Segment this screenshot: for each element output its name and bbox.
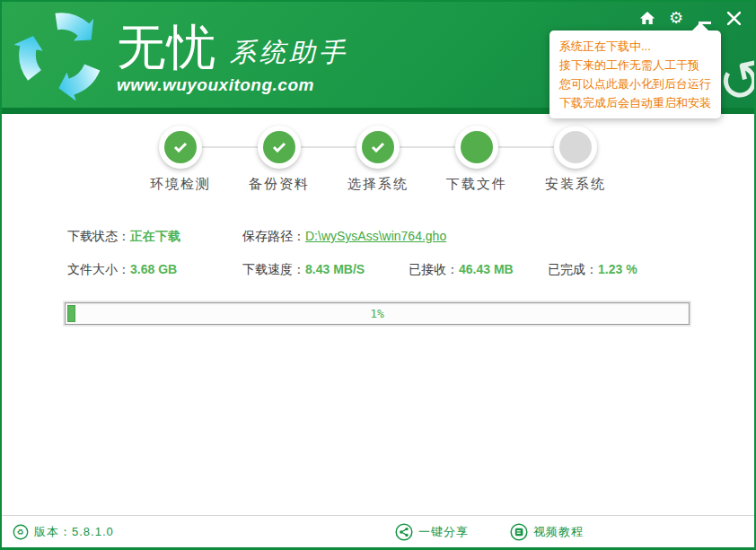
share-label: 一键分享 (418, 524, 469, 540)
check-icon (371, 142, 385, 153)
tooltip-line: 系统正在下载中... (559, 37, 711, 56)
save-path-link[interactable]: D:\wySysAss\win764.gho (305, 229, 446, 243)
download-notice-tooltip: 系统正在下载中... 接下来的工作无需人工干预 您可以点此最小化到后台运行 下载… (549, 31, 721, 118)
step-label: 安装系统 (545, 176, 606, 193)
titlebar: ⚙ (632, 7, 747, 29)
completed: 已完成：1.23 % (548, 262, 637, 278)
save-path: 保存路径：D:\wySysAss\win764.gho (242, 229, 446, 245)
share-button[interactable]: 一键分享 (395, 523, 469, 541)
svg-text:♻: ♻ (17, 528, 25, 537)
download-speed: 下载速度：8.43 MB/S (242, 262, 365, 278)
download-status-panel: 下载状态：正在下载 保存路径：D:\wySysAss\win764.gho 文件… (2, 229, 754, 281)
header: 无忧 系统助手 www.wuyouxitong.com ↺ ⚙ (2, 2, 754, 114)
download-state-value: 正在下载 (130, 229, 180, 243)
progress-percent-label: 1% (66, 303, 689, 324)
received-value: 46.43 MB (459, 262, 514, 276)
received: 已接收：46.43 MB (409, 262, 514, 278)
app-window: 无忧 系统助手 www.wuyouxitong.com ↺ ⚙ (0, 0, 756, 550)
tooltip-line: 下载完成后会自动重启和安装 (559, 93, 711, 112)
tooltip-line: 接下来的工作无需人工干预 (559, 56, 711, 74)
download-progress-bar: 1% (65, 302, 690, 325)
step-backup: 备份资料 (239, 126, 320, 193)
video-icon (510, 523, 528, 541)
completed-value: 1.23 % (598, 262, 637, 276)
app-subtitle: 系统助手 (230, 34, 348, 70)
download-state: 下载状态：正在下载 (67, 229, 180, 245)
gear-icon: ⚙ (669, 10, 683, 26)
footer-actions: 一键分享 视频教程 (354, 523, 584, 541)
step-done-icon (263, 131, 295, 163)
video-tutorial-button[interactable]: 视频教程 (510, 523, 584, 541)
step-pending-icon (559, 131, 592, 163)
file-size: 文件大小：3.68 GB (67, 262, 177, 278)
step-select-system: 选择系统 (338, 126, 418, 193)
step-download-file: 下载文件 (436, 126, 517, 193)
recycle-logo-icon (14, 7, 108, 102)
step-env-check: 环境检测 (140, 126, 221, 193)
step-label: 下载文件 (446, 176, 507, 193)
website-url: www.wuyouxitong.com (117, 75, 348, 95)
home-button[interactable] (634, 7, 661, 29)
brand: 无忧 系统助手 www.wuyouxitong.com (117, 20, 348, 95)
version-recycle-icon: ♻ (13, 524, 29, 540)
video-label: 视频教程 (533, 524, 584, 540)
progress-steps: 环境检测 备份资料 选择系统 下载文件 安装系统 (140, 126, 616, 193)
step-done-icon (164, 131, 197, 163)
version-text: 版本：5.8.1.0 (34, 524, 114, 540)
app-title: 无忧 (117, 20, 217, 74)
download-speed-value: 8.43 MB/S (305, 262, 365, 276)
step-label: 选择系统 (347, 176, 409, 193)
close-icon (727, 12, 741, 25)
settings-button[interactable]: ⚙ (663, 7, 690, 29)
step-label: 环境检测 (150, 176, 211, 193)
step-done-icon (362, 131, 394, 163)
check-icon (173, 142, 188, 153)
version-info: ♻ 版本：5.8.1.0 (13, 524, 114, 540)
step-install-system: 安装系统 (535, 126, 616, 193)
tooltip-line: 您可以点此最小化到后台运行 (559, 74, 711, 93)
footer: ♻ 版本：5.8.1.0 一键分享 (2, 515, 754, 547)
share-icon (395, 523, 413, 541)
check-icon (272, 142, 286, 153)
step-current-icon (461, 131, 493, 163)
home-icon (639, 11, 655, 25)
close-button[interactable] (720, 7, 747, 29)
file-size-value: 3.68 GB (130, 262, 177, 276)
step-label: 备份资料 (249, 176, 310, 193)
